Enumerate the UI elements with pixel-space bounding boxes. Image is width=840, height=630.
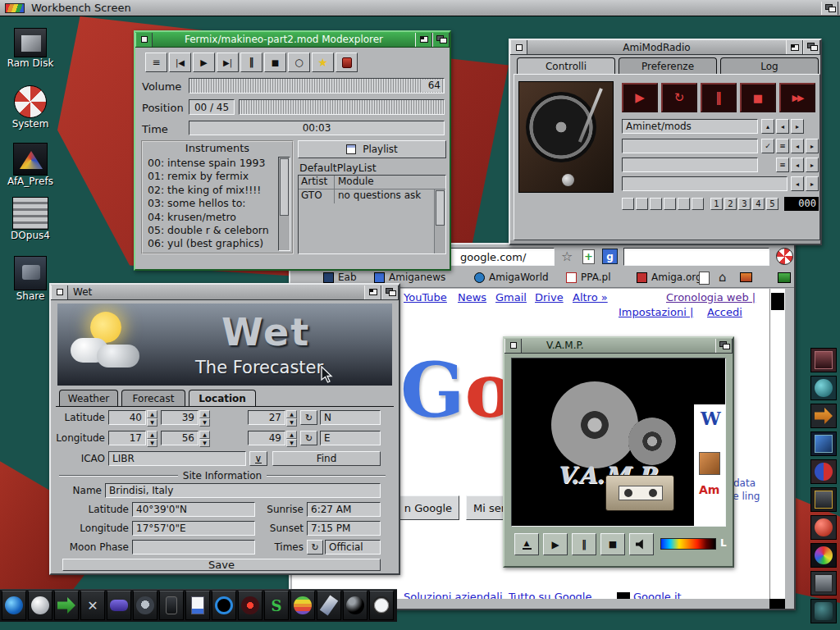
mail-icon[interactable] <box>740 272 752 282</box>
zoom-gadget[interactable] <box>364 285 381 299</box>
resize-gadget[interactable] <box>769 599 785 609</box>
tab-controlli[interactable]: Controlli <box>517 57 615 74</box>
list-item[interactable]: 05: double r & celeborn <box>148 224 277 237</box>
search-field[interactable] <box>623 248 769 266</box>
status-field[interactable] <box>622 158 758 172</box>
footer-business[interactable]: Soluzioni aziendali <box>404 591 503 599</box>
close-gadget[interactable] <box>135 33 153 47</box>
lat-dir-cycle-button[interactable]: ↻ <box>300 410 317 425</box>
depth-gadget[interactable] <box>803 40 820 54</box>
list-item[interactable]: 04: krusen/metro <box>148 211 277 224</box>
list-item[interactable]: 03: some hellos to: <box>148 197 277 210</box>
list-item[interactable]: 00: intense spain 1993 <box>148 157 277 170</box>
dock-icon-dollar[interactable]: S <box>264 591 289 620</box>
bookmark-eab[interactable]: Eab <box>338 272 357 283</box>
dock-icon-green-arrow[interactable] <box>54 591 79 620</box>
desktop-icon-share[interactable]: Share <box>7 256 54 302</box>
zoom-gadget[interactable] <box>415 33 432 47</box>
number-button-3[interactable]: 3 <box>738 198 751 210</box>
list-item[interactable]: 02: the king of mix!!!! <box>148 184 277 197</box>
right-dock-icon-orange-arrow[interactable] <box>810 404 837 428</box>
radio-reload-button[interactable]: ↻ <box>661 83 697 112</box>
window-resize-bar[interactable] <box>510 240 820 244</box>
pause-button[interactable]: ‖ <box>240 52 262 72</box>
depth-gadget[interactable] <box>381 285 399 299</box>
link-signin[interactable]: Accedi <box>707 306 742 318</box>
tab-forecast[interactable]: Forecast <box>121 390 185 407</box>
right-dock-icon-red-ball[interactable] <box>810 515 837 540</box>
wet-titlebar[interactable]: Wet <box>51 285 399 300</box>
volume-button[interactable] <box>629 533 654 555</box>
times-cycle-button[interactable]: ↻ <box>307 540 323 555</box>
lat-sec-stepper[interactable]: ▲▼ <box>286 410 297 425</box>
depth-gadget[interactable] <box>432 33 450 47</box>
save-button[interactable]: Save <box>62 559 381 571</box>
sunset-field[interactable]: 7:15 PM <box>307 521 381 536</box>
right-dock-icon-teal-app[interactable] <box>810 376 837 400</box>
nav-news[interactable]: News <box>458 291 486 304</box>
dock-icon-globe[interactable] <box>2 591 26 620</box>
stop-button[interactable]: ■ <box>600 533 625 555</box>
playlist-row[interactable]: GTO no questions ask <box>299 189 445 203</box>
modexplorer-titlebar[interactable]: Fermix/makineo-part2.mod Modexplorer <box>135 32 450 48</box>
volume-slider[interactable]: 64 <box>189 78 445 94</box>
depth-gadget[interactable] <box>715 339 733 353</box>
dock-icon-pen[interactable] <box>317 591 341 620</box>
moon-phase-field[interactable] <box>132 540 255 555</box>
tab-location[interactable]: Location <box>189 390 256 407</box>
nav-drive[interactable]: Drive <box>535 291 564 304</box>
dock-icon-gamepad[interactable] <box>107 591 131 620</box>
aminet-path-field[interactable]: Aminet/mods <box>622 119 758 134</box>
desktop-icon-ram-disk[interactable]: Ram Disk <box>7 28 54 69</box>
radio-play-button[interactable]: ▶ <box>622 83 658 112</box>
dock-icon-bomb[interactable] <box>343 591 368 620</box>
right-dock-icon-monitor[interactable] <box>810 348 837 372</box>
desktop-icon-afa-prefs[interactable]: AfA_Prefs <box>7 143 54 187</box>
number-button-5[interactable]: 5 <box>766 198 778 210</box>
dock-icon-sphere[interactable] <box>28 591 52 620</box>
nav-youtube[interactable]: YouTube <box>404 291 447 304</box>
play-button[interactable]: ▶ <box>193 52 215 72</box>
bookmark-amigaworld[interactable]: AmigaWorld <box>489 272 549 283</box>
lat-dir-field[interactable]: N <box>320 410 381 425</box>
desktop-icon-system[interactable]: System <box>7 85 54 130</box>
lat-deg-field[interactable]: 40 <box>108 410 146 425</box>
preset-button[interactable] <box>636 198 648 210</box>
icao-field[interactable]: LIBR <box>108 451 246 466</box>
lon-sec-stepper[interactable]: ▲▼ <box>286 431 297 445</box>
right-dock-icon-chip[interactable] <box>810 487 837 512</box>
screen-titlebar[interactable]: Workbench Screen <box>0 0 840 16</box>
dock-icon-record[interactable] <box>238 591 262 620</box>
nav-altro[interactable]: Altro » <box>573 291 608 304</box>
browser-scrollbar[interactable] <box>769 289 785 599</box>
prev-item-button[interactable]: ◂ <box>791 139 804 153</box>
radio-ffwd-button[interactable]: ▶▶ <box>779 83 815 112</box>
next-button[interactable]: ▸ <box>806 176 819 191</box>
times-field[interactable]: Official <box>325 540 381 555</box>
playlist-button[interactable]: Playlist <box>298 140 446 158</box>
next-item-button[interactable]: ▸ <box>806 139 819 153</box>
list-item[interactable]: 06: yul (best graphics) <box>148 237 277 250</box>
lon-dir-field[interactable]: E <box>320 431 381 445</box>
tab-log[interactable]: Log <box>720 57 819 74</box>
info-field[interactable] <box>622 176 788 191</box>
preset-button[interactable] <box>678 198 690 210</box>
screen-depth-gadget[interactable] <box>821 2 838 15</box>
path-up-button[interactable]: ▴ <box>761 119 774 134</box>
vamp-titlebar[interactable]: V.A.M.P. <box>504 338 733 354</box>
list-menu-button[interactable]: ≡ <box>145 52 167 72</box>
next-button[interactable]: ▶| <box>217 52 239 72</box>
lon-sec-field[interactable]: 49 <box>248 431 285 445</box>
name-field[interactable]: Brindisi, Italy <box>105 483 381 498</box>
link-settings[interactable]: Impostazioni | <box>619 306 693 318</box>
dock-icon-cd-player[interactable] <box>212 591 236 620</box>
site-latitude-field[interactable]: 40°39'0"N <box>132 502 255 517</box>
preset-button[interactable] <box>650 198 662 210</box>
dock-icon-cross-tool[interactable]: ✕ <box>80 591 105 620</box>
add-page-icon[interactable]: + <box>582 249 595 264</box>
amimodradio-titlebar[interactable]: AmiModRadio <box>510 40 820 55</box>
module-field[interactable] <box>622 139 758 153</box>
radio-pause-button[interactable]: ‖ <box>701 83 737 112</box>
desktop-icon-dopus4[interactable]: DOpus4 <box>5 197 56 241</box>
play-button[interactable]: ▶ <box>543 533 568 555</box>
